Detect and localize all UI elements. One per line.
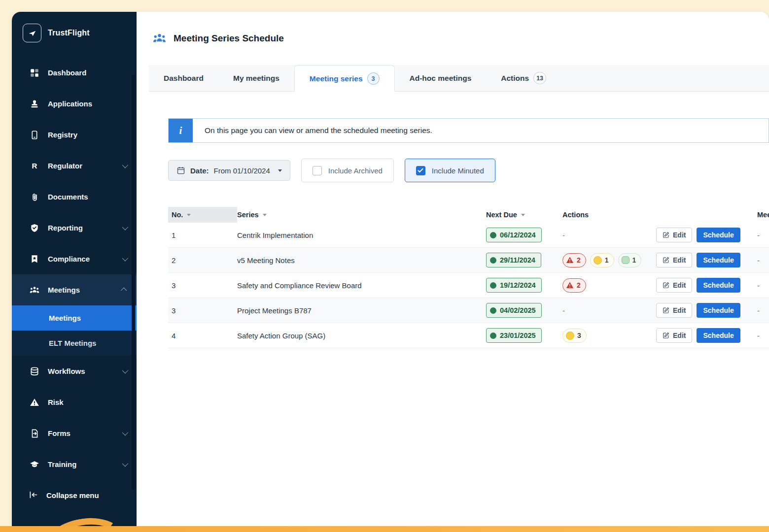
cell-buttons: Edit Schedule <box>656 303 757 318</box>
sort-caret-icon <box>521 214 525 216</box>
collapse-menu-label: Collapse menu <box>46 491 99 499</box>
sidebar-item-risk[interactable]: Risk <box>12 387 137 418</box>
collapse-menu-button[interactable]: Collapse menu <box>12 480 137 511</box>
form-document-icon <box>30 429 39 438</box>
sidebar-item-compliance[interactable]: Compliance <box>12 243 137 274</box>
cell-next-due: 23/01/2025 <box>486 328 562 343</box>
tab-actions[interactable]: Actions 13 <box>486 65 561 91</box>
collapse-arrow-icon <box>29 490 38 501</box>
sidebar-item-applications[interactable]: Applications <box>12 88 137 119</box>
sidebar-item-training[interactable]: Training <box>12 449 137 480</box>
schedule-button[interactable]: Schedule <box>697 228 740 242</box>
tab-content: i On this page you can view or amend the… <box>137 92 769 526</box>
header-series[interactable]: Series <box>237 211 486 219</box>
edit-button[interactable]: Edit <box>656 328 692 343</box>
subitem-label: Meetings <box>49 314 81 322</box>
include-archived-label: Include Archived <box>328 166 383 175</box>
next-due-pill: 29/11/2024 <box>486 253 541 267</box>
meeting-series-table: No. Series Next Due Actions Mee <box>168 207 769 348</box>
filter-bar: Date: From 01/10/2024 Include Archived I… <box>168 159 769 182</box>
chevron-down-icon <box>122 430 129 436</box>
pending-actions-badge[interactable]: 1 <box>590 253 614 267</box>
sidebar-item-meetings[interactable]: Meetings <box>12 274 137 305</box>
sidebar-item-label: Compliance <box>48 255 90 263</box>
pencil-icon <box>663 307 669 314</box>
tab-my-meetings[interactable]: My meetings <box>218 65 294 91</box>
warning-triangle-icon <box>566 256 574 264</box>
sidebar-nav: Dashboard Applications Registry R Regula… <box>12 57 137 480</box>
app-window: TrustFlight Dashboard Applications Regis… <box>12 12 769 526</box>
cell-actions: 2 <box>562 278 656 293</box>
status-dot-icon <box>490 282 496 289</box>
table-row: 2 v5 Meeting Notes 29/11/2024 2 <box>168 248 769 273</box>
table-row: 4 Safety Action Group (SAG) 23/01/2025 <box>168 323 769 348</box>
edit-button[interactable]: Edit <box>656 253 692 267</box>
edit-button[interactable]: Edit <box>656 303 692 318</box>
overdue-actions-badge[interactable]: 2 <box>562 253 586 267</box>
overdue-actions-badge[interactable]: 2 <box>562 278 586 293</box>
sidebar-item-forms[interactable]: Forms <box>12 418 137 449</box>
table-row: 1 Centrik Implementation 06/12/2024 - <box>168 223 769 248</box>
pencil-icon <box>663 332 669 339</box>
header-meeting: Mee <box>757 211 769 219</box>
schedule-button[interactable]: Schedule <box>697 328 740 343</box>
info-banner: i On this page you can view or amend the… <box>168 118 769 143</box>
sidebar-item-workflows[interactable]: Workflows <box>12 356 137 387</box>
cell-series: Project Meetings B787 <box>237 306 486 315</box>
graduation-cap-icon <box>30 460 39 469</box>
sidebar-item-label: Risk <box>48 398 64 406</box>
cell-meeting: - <box>757 231 769 239</box>
chevron-up-icon <box>121 288 127 294</box>
dashboard-icon <box>30 68 39 78</box>
cell-buttons: Edit Schedule <box>656 253 757 267</box>
cell-no: 1 <box>168 231 237 239</box>
regulator-icon: R <box>30 161 39 171</box>
cell-meeting: - <box>757 306 769 315</box>
cell-next-due: 29/11/2024 <box>486 253 562 267</box>
status-dot-icon <box>490 232 496 238</box>
tab-label: Meeting series <box>310 74 363 83</box>
complete-actions-badge[interactable]: 1 <box>618 253 642 267</box>
sidebar-item-reporting[interactable]: Reporting <box>12 212 137 243</box>
dropdown-caret-icon <box>278 169 282 172</box>
status-dot-icon <box>490 307 496 314</box>
sidebar-subitem-meetings[interactable]: Meetings <box>12 305 137 331</box>
green-square-icon <box>622 256 629 264</box>
sidebar-item-dashboard[interactable]: Dashboard <box>12 57 137 88</box>
edit-button[interactable]: Edit <box>656 278 692 293</box>
sidebar-item-regulator[interactable]: R Regulator <box>12 150 137 181</box>
registry-icon <box>30 130 39 140</box>
header-no[interactable]: No. <box>168 207 237 223</box>
include-minuted-checkbox[interactable]: Include Minuted <box>405 159 495 182</box>
tab-meeting-series[interactable]: Meeting series 3 <box>294 65 395 92</box>
sidebar-item-label: Reporting <box>48 224 83 232</box>
tab-label: Ad-hoc meetings <box>410 74 472 83</box>
sidebar-scrollbar[interactable] <box>132 75 135 490</box>
sidebar-item-label: Forms <box>48 429 70 437</box>
status-dot-icon <box>490 257 496 264</box>
schedule-button[interactable]: Schedule <box>697 303 740 318</box>
cell-next-due: 19/12/2024 <box>486 278 562 293</box>
pending-actions-badge[interactable]: 3 <box>562 329 587 343</box>
schedule-button[interactable]: Schedule <box>697 253 740 267</box>
header-next-due[interactable]: Next Due <box>486 211 562 219</box>
stamp-icon <box>30 99 39 109</box>
paperclip-icon <box>30 192 39 202</box>
tab-adhoc-meetings[interactable]: Ad-hoc meetings <box>395 65 487 91</box>
trustflight-logo-icon <box>23 24 41 42</box>
sidebar-item-documents[interactable]: Documents <box>12 181 137 212</box>
schedule-button[interactable]: Schedule <box>697 278 740 293</box>
edit-button[interactable]: Edit <box>656 228 692 242</box>
sidebar-subitem-elt-meetings[interactable]: ELT Meetings <box>12 331 137 356</box>
cell-actions: - <box>562 231 656 239</box>
page-title: Meeting Series Schedule <box>174 33 284 44</box>
pencil-icon <box>663 232 669 238</box>
tab-dashboard[interactable]: Dashboard <box>149 65 218 91</box>
cell-actions: 3 <box>562 329 656 343</box>
sidebar-item-label: Documents <box>48 193 88 201</box>
include-archived-checkbox[interactable]: Include Archived <box>301 159 394 182</box>
date-filter-button[interactable]: Date: From 01/10/2024 <box>168 160 290 181</box>
sidebar-item-registry[interactable]: Registry <box>12 119 137 150</box>
sidebar-footer: Collapse menu <box>12 480 137 526</box>
header-actions: Actions <box>562 211 656 219</box>
